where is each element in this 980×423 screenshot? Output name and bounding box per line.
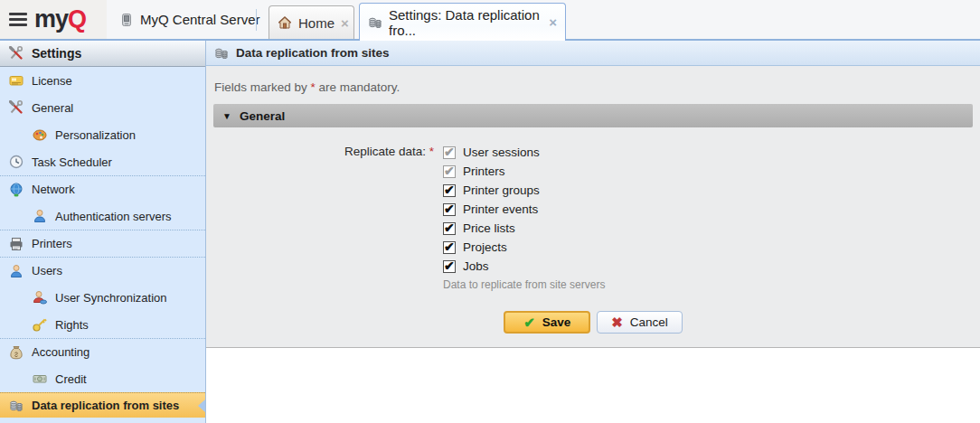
sidebar-header-settings: Settings xyxy=(0,41,205,67)
server-label-text: MyQ Central Server xyxy=(140,12,260,27)
palette-icon xyxy=(33,127,47,142)
page-title: Data replication from sites xyxy=(236,46,390,60)
replicate-data-label: Replicate data: * xyxy=(206,143,443,276)
checkbox-printer-groups[interactable]: Printer groups xyxy=(443,181,980,200)
sidebar-item-user-synchronization[interactable]: User Synchronization xyxy=(0,284,205,311)
sidebar-item-printers[interactable]: Printers xyxy=(0,230,205,257)
tab-home[interactable]: Home × xyxy=(269,5,354,39)
user-icon xyxy=(9,264,24,278)
banknote-icon xyxy=(33,371,47,386)
data-replication-icon xyxy=(9,399,24,413)
helper-text: Data to replicate from site servers xyxy=(443,278,980,291)
section-label: General xyxy=(240,109,285,123)
checkbox-icon[interactable] xyxy=(443,146,456,159)
replication-form: Replicate data: * User sessions Printers… xyxy=(206,143,980,291)
moneybag-icon xyxy=(9,345,24,360)
check-icon: ✔ xyxy=(523,315,535,331)
checkbox-printers[interactable]: Printers xyxy=(443,162,980,181)
user-icon xyxy=(33,209,47,223)
server-label: MyQ Central Server xyxy=(119,0,260,39)
tab-settings-data-replication[interactable]: Settings: Data replication fro... × xyxy=(359,3,566,41)
clock-icon xyxy=(9,155,24,169)
mandatory-note: Fields marked by * are mandatory. xyxy=(206,80,980,94)
myq-logo[interactable]: myQ xyxy=(34,7,86,32)
myq-settings-page: myQ MyQ Central Server Home × Settings: … xyxy=(0,0,980,423)
sidebar-item-license[interactable]: License xyxy=(0,67,205,94)
tab-settings-label: Settings: Data replication fro... xyxy=(389,7,542,38)
tab-home-label: Home xyxy=(298,15,335,31)
section-header-general[interactable]: ▼ General xyxy=(213,104,973,127)
selected-item-arrow xyxy=(198,400,205,412)
checkbox-icon[interactable] xyxy=(443,241,456,254)
user-sync-icon xyxy=(33,290,47,305)
sidebar-item-network[interactable]: Network xyxy=(0,175,205,202)
checkbox-icon[interactable] xyxy=(443,184,456,197)
license-icon xyxy=(9,73,24,88)
checkbox-icon[interactable] xyxy=(443,203,456,216)
sidebar-item-task-scheduler[interactable]: Task Scheduler xyxy=(0,148,205,175)
server-icon xyxy=(119,13,134,27)
tab-home-close-icon[interactable]: × xyxy=(341,15,349,31)
chevron-down-icon: ▼ xyxy=(222,111,231,121)
checkbox-group: User sessions Printers Printer groups Pr… xyxy=(443,143,980,276)
checkbox-icon[interactable] xyxy=(443,165,456,178)
sidebar-item-credit[interactable]: Credit xyxy=(0,365,205,392)
checkbox-printer-events[interactable]: Printer events xyxy=(443,200,980,219)
checkbox-icon[interactable] xyxy=(443,260,456,273)
sidebar-header-label: Settings xyxy=(32,46,81,61)
sidebar-item-personalization[interactable]: Personalization xyxy=(0,121,205,148)
tools-icon xyxy=(9,46,24,61)
checkbox-user-sessions[interactable]: User sessions xyxy=(443,143,980,162)
home-icon xyxy=(278,15,292,30)
required-asterisk: * xyxy=(429,145,434,158)
data-replication-icon xyxy=(368,15,382,30)
sidebar-item-authentication-servers[interactable]: Authentication servers xyxy=(0,202,205,230)
main-content: Data replication from sites Fields marke… xyxy=(206,41,980,423)
sidebar-item-accounting[interactable]: Accounting xyxy=(0,338,205,365)
settings-sidebar: Settings License General Personalization… xyxy=(0,41,206,423)
settings-panel: Fields marked by * are mandatory. ▼ Gene… xyxy=(206,66,980,348)
sidebar-item-general[interactable]: General xyxy=(0,94,205,121)
button-row: ✔ Save ✖ Cancel xyxy=(206,311,980,334)
checkbox-projects[interactable]: Projects xyxy=(443,238,980,257)
printer-icon xyxy=(9,237,24,251)
tools-icon xyxy=(9,100,24,115)
checkbox-price-lists[interactable]: Price lists xyxy=(443,219,980,238)
sidebar-item-data-replication-from-sites[interactable]: Data replication from sites xyxy=(0,392,205,418)
data-replication-icon xyxy=(214,46,229,61)
tab-settings-close-icon[interactable]: × xyxy=(549,14,557,30)
cancel-button[interactable]: ✖ Cancel xyxy=(597,311,683,334)
sidebar-item-rights[interactable]: Rights xyxy=(0,311,205,338)
sidebar-item-users[interactable]: Users xyxy=(0,257,205,284)
globe-icon xyxy=(9,183,24,197)
topbar-separator xyxy=(256,9,257,31)
cross-icon: ✖ xyxy=(611,315,623,331)
hamburger-menu-icon[interactable] xyxy=(9,13,27,26)
checkbox-icon[interactable] xyxy=(443,222,456,235)
save-button[interactable]: ✔ Save xyxy=(504,311,590,334)
logo-area: myQ xyxy=(0,0,107,39)
page-title-bar: Data replication from sites xyxy=(206,41,980,66)
checkbox-jobs[interactable]: Jobs xyxy=(443,257,980,276)
key-icon xyxy=(33,317,47,332)
